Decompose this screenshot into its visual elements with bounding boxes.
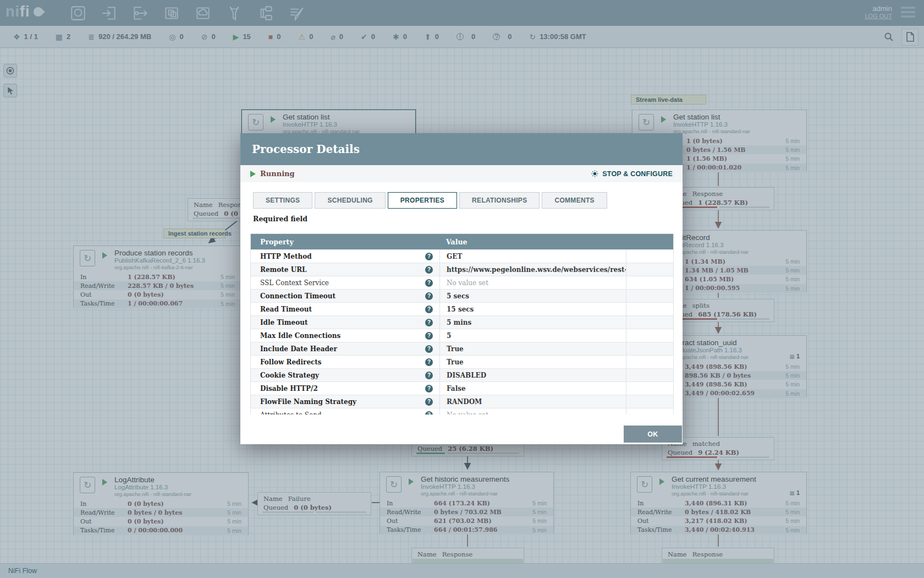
table-row-partial: Attributes to Send? No value set — [251, 408, 673, 415]
table-row: FlowFile Naming Strategy? RANDOM — [251, 395, 673, 408]
table-row: Follow Redirects? True — [251, 355, 673, 368]
table-row: Read Timeout? 15 secs — [251, 302, 673, 315]
table-row: Include Date Header? True — [251, 342, 673, 355]
table-row: Cookie Strategy? DISABLED — [251, 368, 673, 381]
help-icon[interactable]: ? — [425, 253, 433, 260]
property-value[interactable]: False — [439, 382, 626, 395]
property-value[interactable]: DISABLED — [439, 369, 626, 381]
help-icon[interactable]: ? — [425, 306, 433, 313]
table-header-row: Property Value — [251, 234, 673, 249]
table-row: Connection Timeout? 5 secs — [251, 289, 673, 302]
dialog-tabs: SETTINGS SCHEDULING PROPERTIES RELATIONS… — [253, 192, 609, 209]
help-icon[interactable]: ? — [425, 358, 433, 366]
property-value[interactable]: 5 mins — [439, 316, 626, 329]
table-row: SSL Context Service? No value set — [251, 276, 673, 289]
value-column-header: Value — [439, 238, 467, 246]
property-value[interactable]: No value set — [439, 276, 626, 289]
help-icon[interactable]: ? — [425, 266, 433, 274]
processor-details-dialog: Processor Details Running STOP & CONFIGU… — [240, 133, 683, 444]
tab-relationships[interactable]: RELATIONSHIPS — [459, 192, 540, 209]
table-row: Idle Timeout? 5 mins — [251, 315, 673, 329]
help-icon[interactable]: ? — [425, 385, 433, 392]
running-indicator-icon — [250, 171, 256, 177]
property-value[interactable]: 5 — [439, 329, 626, 342]
table-row: Disable HTTP/2? False — [251, 381, 673, 395]
property-value[interactable]: RANDOM — [439, 395, 626, 408]
help-icon[interactable]: ? — [425, 411, 433, 415]
dialog-status-bar: Running STOP & CONFIGURE — [240, 165, 683, 182]
run-state-label: Running — [260, 170, 295, 178]
properties-table: Property Value HTTP Method? GET Remote U… — [250, 233, 674, 415]
property-value[interactable]: 5 secs — [439, 290, 626, 302]
table-row: HTTP Method? GET — [251, 249, 673, 263]
property-value[interactable]: GET — [439, 250, 626, 263]
help-icon[interactable]: ? — [425, 319, 433, 326]
gear-icon — [591, 170, 599, 178]
help-icon[interactable]: ? — [425, 398, 433, 406]
property-value[interactable]: 15 secs — [439, 303, 626, 315]
help-icon[interactable]: ? — [425, 345, 433, 353]
tab-scheduling[interactable]: SCHEDULING — [315, 192, 385, 209]
tab-properties[interactable]: PROPERTIES — [388, 192, 457, 209]
help-icon[interactable]: ? — [425, 292, 433, 300]
property-value[interactable]: https://www.pegelonline.wsv.de/webservic… — [439, 263, 626, 276]
ok-button[interactable]: OK — [624, 426, 682, 443]
dialog-header: Processor Details — [240, 133, 683, 165]
help-icon[interactable]: ? — [425, 332, 433, 340]
table-row: Max Idle Connections? 5 — [251, 329, 673, 342]
stop-and-configure-button[interactable]: STOP & CONFIGURE — [591, 170, 673, 178]
property-column-header: Property — [251, 238, 439, 246]
property-value[interactable]: True — [439, 342, 626, 355]
property-value[interactable]: True — [439, 356, 626, 368]
tab-settings[interactable]: SETTINGS — [253, 192, 312, 209]
dialog-title: Processor Details — [252, 143, 360, 156]
help-icon[interactable]: ? — [425, 372, 433, 379]
property-value[interactable]: No value set — [439, 408, 626, 415]
required-field-note: Required field — [253, 215, 307, 223]
table-row: Remote URL? https://www.pegelonline.wsv.… — [251, 263, 673, 276]
tab-comments[interactable]: COMMENTS — [542, 192, 607, 209]
help-icon[interactable]: ? — [425, 279, 433, 287]
